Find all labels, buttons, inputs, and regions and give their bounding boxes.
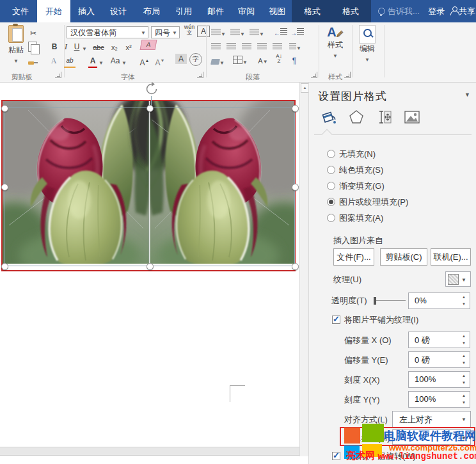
- tab-home[interactable]: 开始: [37, 0, 70, 22]
- radio-picture-texture-fill-label[interactable]: 图片或纹理填充(P): [339, 196, 408, 208]
- resize-handle-top-left[interactable]: [1, 105, 8, 112]
- shrink-font-icon[interactable]: A▼: [155, 55, 165, 68]
- rotation-handle[interactable]: [145, 82, 159, 96]
- line-spacing-icon[interactable]: ▼: [289, 42, 301, 54]
- tell-me-box[interactable]: 告诉我...: [388, 0, 422, 22]
- insert-online-button[interactable]: 联机(E)...: [431, 248, 471, 266]
- tab-file[interactable]: 文件: [4, 0, 37, 22]
- italic-button[interactable]: I: [63, 41, 69, 52]
- radio-picture-texture-fill[interactable]: [327, 198, 335, 206]
- align-left-icon[interactable]: [211, 42, 221, 53]
- tab-review[interactable]: 审阅: [232, 0, 261, 22]
- tab-format-drawing[interactable]: 格式: [334, 0, 367, 22]
- underline-caret-icon[interactable]: ▼: [82, 44, 87, 55]
- paste-button[interactable]: 粘贴 ▼: [3, 25, 29, 68]
- sort-icon[interactable]: A↓Z: [274, 54, 284, 64]
- resize-handle-bottom-center[interactable]: [147, 263, 154, 270]
- numbering-icon[interactable]: ▼: [230, 28, 245, 40]
- font-name-combo[interactable]: 汉仪雪君体简▼: [67, 26, 148, 38]
- scale-x-spinbox[interactable]: 100%▲▼: [408, 371, 470, 388]
- grow-font-icon[interactable]: A▲: [139, 55, 150, 68]
- text-highlight-color-icon[interactable]: ab: [64, 55, 75, 67]
- tab-insert[interactable]: 插入: [72, 0, 101, 22]
- styles-dialog-launcher[interactable]: [344, 72, 351, 78]
- radio-solid-fill-label[interactable]: 纯色填充(S): [339, 164, 383, 176]
- transparency-slider-thumb[interactable]: [374, 297, 376, 305]
- strikethrough-button[interactable]: abc: [91, 42, 106, 53]
- show-hide-marks-icon[interactable]: ¶: [289, 55, 299, 67]
- resize-handle-bottom-left[interactable]: [1, 263, 8, 270]
- horizontal-scrollbar[interactable]: [0, 447, 299, 456]
- effects-tab-icon[interactable]: [349, 109, 364, 125]
- underline-button[interactable]: U: [73, 41, 81, 52]
- distribute-icon[interactable]: [273, 42, 282, 53]
- scale-y-spinbox[interactable]: 100%▲▼: [408, 391, 470, 408]
- bold-button[interactable]: B: [50, 41, 59, 52]
- change-case-caret-icon[interactable]: ▼: [122, 58, 127, 69]
- resize-handle-top-center[interactable]: [147, 105, 154, 112]
- radio-solid-fill[interactable]: [327, 166, 335, 174]
- radio-gradient-fill[interactable]: [327, 182, 335, 190]
- radio-pattern-fill-label[interactable]: 图案填充(A): [339, 212, 383, 224]
- resize-handle-middle-left[interactable]: [1, 184, 8, 191]
- font-color-icon[interactable]: A: [88, 55, 97, 67]
- insert-file-button[interactable]: 文件(F)...: [333, 248, 374, 266]
- pane-options-caret-icon[interactable]: ▼: [464, 92, 470, 98]
- multilevel-list-icon[interactable]: ▼: [250, 28, 264, 40]
- character-shading-icon[interactable]: A: [175, 54, 187, 64]
- editing-button[interactable]: 编辑 ▼: [354, 25, 380, 68]
- format-painter-icon[interactable]: [28, 57, 37, 68]
- bullets-icon[interactable]: ▼: [211, 28, 226, 40]
- resize-handle-top-right[interactable]: [292, 105, 299, 112]
- tab-references[interactable]: 引用: [169, 0, 198, 22]
- rotate-with-shape-checkbox[interactable]: [332, 452, 340, 460]
- sign-in-button[interactable]: 登录: [424, 0, 449, 22]
- increase-indent-icon[interactable]: →: [290, 28, 304, 39]
- vertical-scrollbar[interactable]: ▲: [299, 83, 308, 456]
- font-color-caret-icon[interactable]: ▼: [99, 58, 104, 69]
- radio-pattern-fill[interactable]: [327, 214, 335, 222]
- borders-icon[interactable]: ▼: [233, 56, 248, 68]
- styles-button[interactable]: A🖉 样式 ▼: [321, 25, 349, 68]
- fill-line-tab-icon[interactable]: [319, 108, 337, 126]
- shading-icon[interactable]: ▼: [211, 56, 225, 69]
- tab-format-picture[interactable]: 格式: [296, 0, 329, 22]
- font-size-combo[interactable]: 四号▼: [151, 26, 180, 38]
- radio-gradient-fill-label[interactable]: 渐变填充(G): [339, 180, 385, 192]
- tab-design[interactable]: 设计: [104, 0, 133, 22]
- clear-formatting-icon[interactable]: A: [140, 40, 157, 50]
- tab-layout[interactable]: 布局: [137, 0, 166, 22]
- insert-clipboard-button[interactable]: 剪贴板(C): [380, 248, 427, 266]
- transparency-spinbox[interactable]: 0% ▲▼: [408, 292, 470, 309]
- picture-tab-icon[interactable]: [404, 109, 420, 125]
- phonetic-guide-icon[interactable]: wén文: [182, 24, 196, 36]
- clipboard-dialog-launcher[interactable]: [55, 72, 61, 78]
- enclose-characters-icon[interactable]: 字: [189, 53, 202, 66]
- text-effects-icon[interactable]: A: [49, 55, 59, 67]
- share-button[interactable]: 共享: [458, 0, 476, 22]
- tile-as-texture-checkbox[interactable]: [332, 316, 340, 324]
- tile-as-texture-label[interactable]: 将图片平铺为纹理(I): [344, 314, 418, 326]
- offset-x-spinbox[interactable]: 0 磅▲▼: [408, 332, 470, 348]
- transparency-slider-track[interactable]: [376, 300, 406, 301]
- subscript-button[interactable]: x₂: [109, 42, 120, 53]
- cut-icon[interactable]: ✂: [27, 28, 40, 39]
- radio-no-fill-label[interactable]: 无填充(N): [339, 148, 376, 160]
- asian-layout-icon[interactable]: A▼: [257, 55, 269, 68]
- resize-handle-bottom-right[interactable]: [292, 263, 299, 270]
- copy-icon[interactable]: [28, 42, 37, 55]
- alignment-dropdown[interactable]: 左上对齐 ▼: [392, 411, 471, 428]
- font-dialog-launcher[interactable]: [197, 72, 203, 78]
- tab-view[interactable]: 视图: [262, 0, 292, 22]
- justify-icon[interactable]: [257, 42, 267, 53]
- align-center-icon[interactable]: [226, 42, 236, 53]
- layout-size-tab-icon[interactable]: [377, 109, 392, 125]
- decrease-indent-icon[interactable]: ←: [274, 28, 287, 39]
- resize-handle-middle-right[interactable]: [292, 184, 299, 191]
- change-case-icon[interactable]: Aa: [109, 55, 122, 67]
- superscript-button[interactable]: x²: [123, 42, 134, 53]
- paragraph-dialog-launcher[interactable]: [311, 72, 317, 78]
- character-border-icon[interactable]: A: [197, 26, 210, 37]
- radio-no-fill[interactable]: [327, 150, 335, 158]
- align-right-icon[interactable]: [242, 42, 251, 53]
